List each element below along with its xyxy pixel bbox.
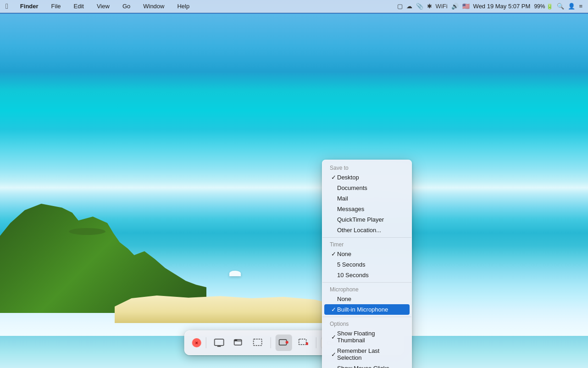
save-to-desktop[interactable]: ✓ Desktop — [322, 172, 411, 183]
svg-point-6 — [236, 340, 237, 341]
menu-bar-left:  Finder File Edit View Go Window Help — [6, 2, 397, 11]
menu-bar-right: ▢ ☁ 📎 ✱ WiFi 🔊 🇺🇸 Wed 19 May 5:07 PM 99%… — [397, 3, 582, 10]
options-section-label: Options — [322, 319, 411, 328]
spotlight-icon[interactable]: 🔍 — [557, 3, 564, 10]
svg-rect-0 — [215, 339, 224, 346]
option-show-mouse-clicks[interactable]: Show Mouse Clicks — [322, 363, 411, 368]
close-button[interactable]: × — [192, 338, 201, 347]
timer-none[interactable]: ✓ None — [322, 249, 411, 259]
save-to-other[interactable]: Other Location... — [322, 225, 411, 235]
mouse-clicks-label: Show Mouse Clicks — [337, 365, 404, 368]
messages-label: Messages — [337, 206, 404, 212]
beach-area — [115, 296, 326, 323]
desktop-label: Desktop — [337, 174, 404, 181]
floating-thumb-label: Show Floating Thumbnail — [337, 330, 404, 344]
microphone-section-label: Microphone — [322, 284, 411, 294]
floating-thumb-check: ✓ — [330, 334, 337, 340]
date-time[interactable]: Wed 19 May 5:07 PM — [473, 3, 531, 10]
timer-none-check: ✓ — [330, 251, 337, 257]
cloudflare-icon[interactable]: ☁ — [406, 3, 412, 10]
timer-5-label: 5 Seconds — [337, 261, 404, 268]
toolbar-divider-1 — [206, 337, 206, 348]
battery-pct: 99% — [534, 3, 545, 10]
save-to-section-label: Save to — [322, 163, 411, 172]
record-screen-button[interactable] — [276, 335, 292, 351]
save-to-mail[interactable]: Mail — [322, 193, 411, 204]
capture-area-icon — [253, 338, 263, 348]
svg-point-9 — [286, 341, 288, 344]
toolbar-divider-2 — [271, 337, 271, 348]
record-area-button[interactable] — [295, 335, 311, 351]
mic-builtin[interactable]: ✓ Built-in Microphone — [324, 304, 410, 315]
separator-3 — [322, 317, 411, 317]
separator-1 — [322, 237, 411, 238]
save-to-messages[interactable]: Messages — [322, 204, 411, 214]
mic-builtin-check: ✓ — [330, 306, 337, 313]
mic-builtin-label: Built-in Microphone — [337, 306, 404, 313]
mic-none[interactable]: None — [322, 294, 411, 304]
battery-indicator: 99% 🔋 — [534, 3, 553, 10]
svg-rect-10 — [299, 339, 306, 345]
siri-icon[interactable]: 👤 — [568, 3, 575, 10]
menu-view[interactable]: View — [94, 2, 112, 11]
paperclip-icon[interactable]: 📎 — [416, 3, 423, 10]
remember-last-check: ✓ — [330, 351, 337, 358]
screen-icon[interactable]: ▢ — [397, 3, 403, 10]
mail-label: Mail — [337, 195, 404, 202]
wifi-icon[interactable]: WiFi — [436, 3, 448, 10]
timer-10sec[interactable]: 10 Seconds — [322, 270, 411, 280]
svg-rect-7 — [254, 339, 262, 346]
remember-last-label: Remember Last Selection — [337, 347, 404, 361]
capture-window-icon — [233, 338, 244, 348]
documents-label: Documents — [337, 184, 404, 191]
battery-icon: 🔋 — [546, 3, 553, 10]
control-center-icon[interactable]: ≡ — [579, 3, 582, 10]
separator-2 — [322, 282, 411, 283]
volume-icon[interactable]: 🔊 — [451, 3, 459, 10]
timer-section-label: Timer — [322, 240, 411, 249]
apple-menu[interactable]:  — [6, 2, 8, 11]
save-to-quicktime[interactable]: QuickTime Player — [322, 214, 411, 225]
desktop-background — [0, 0, 588, 368]
option-remember-last[interactable]: ✓ Remember Last Selection — [322, 346, 411, 363]
record-screen-icon — [279, 338, 289, 348]
capture-screen-button[interactable] — [211, 335, 227, 351]
bluetooth-icon[interactable]: ✱ — [427, 3, 432, 10]
timer-none-label: None — [337, 251, 404, 257]
record-area-icon — [298, 338, 308, 348]
option-floating-thumbnail[interactable]: ✓ Show Floating Thumbnail — [322, 328, 411, 346]
menu-help[interactable]: Help — [174, 2, 192, 11]
menu-go[interactable]: Go — [120, 2, 133, 11]
svg-rect-8 — [279, 340, 287, 345]
menu-finder[interactable]: Finder — [17, 2, 41, 11]
other-label: Other Location... — [337, 227, 404, 234]
menu-edit[interactable]: Edit — [71, 2, 87, 11]
svg-point-5 — [235, 340, 236, 341]
close-icon: × — [195, 340, 198, 346]
menu-window[interactable]: Window — [140, 2, 167, 11]
capture-area-button[interactable] — [250, 335, 266, 351]
options-dropdown-menu: Save to ✓ Desktop Documents Mail Message… — [322, 160, 412, 368]
capture-window-button[interactable] — [230, 335, 247, 351]
mic-none-label: None — [337, 296, 404, 302]
flag-icon[interactable]: 🇺🇸 — [462, 3, 470, 10]
desktop-check: ✓ — [330, 174, 337, 181]
save-to-documents[interactable]: Documents — [322, 183, 411, 193]
quicktime-label: QuickTime Player — [337, 216, 404, 223]
toolbar-divider-3 — [316, 337, 316, 348]
timer-5sec[interactable]: 5 Seconds — [322, 259, 411, 270]
menu-bar:  Finder File Edit View Go Window Help ▢… — [0, 0, 588, 13]
far-island — [69, 228, 105, 235]
timer-10-label: 10 Seconds — [337, 272, 404, 279]
boat — [229, 271, 241, 276]
capture-screen-icon — [214, 338, 224, 348]
menu-file[interactable]: File — [49, 2, 64, 11]
